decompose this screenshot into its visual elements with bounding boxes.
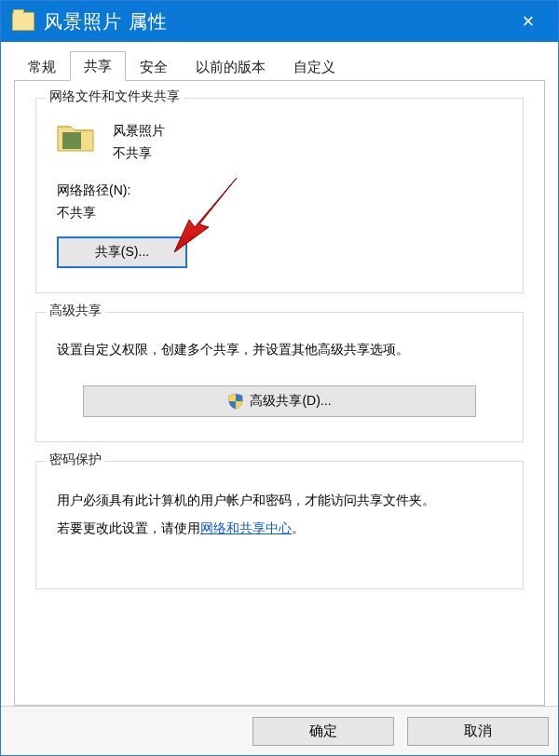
folder-icon bbox=[12, 12, 34, 31]
network-path-value: 不共享 bbox=[57, 201, 508, 223]
properties-dialog: 风景照片 属性 × 常规 共享 安全 以前的版本 自定义 网络文件和文件夹共享 bbox=[0, 0, 559, 756]
folder-row: 风景照片 不共享 bbox=[51, 119, 508, 164]
folder-info: 风景照片 不共享 bbox=[113, 119, 165, 164]
titlebar: 风景照片 属性 × bbox=[1, 1, 558, 42]
advanced-share-desc: 设置自定义权限，创建多个共享，并设置其他高级共享选项。 bbox=[51, 333, 508, 385]
uac-shield-icon bbox=[227, 393, 244, 410]
tab-security[interactable]: 安全 bbox=[126, 52, 182, 81]
network-path-block: 网络路径(N): 不共享 bbox=[51, 179, 508, 223]
folder-name: 风景照片 bbox=[113, 119, 165, 142]
share-state: 不共享 bbox=[113, 142, 165, 164]
advanced-share-title: 高级共享 bbox=[46, 303, 105, 319]
close-button[interactable]: × bbox=[510, 1, 547, 42]
password-line2-suffix: 。 bbox=[292, 520, 305, 535]
password-line2-prefix: 若要更改此设置，请使用 bbox=[57, 520, 200, 535]
advanced-share-button-label: 高级共享(D)... bbox=[250, 393, 331, 410]
network-share-group: 网络文件和文件夹共享 风景照片 不共享 网络 bbox=[35, 98, 524, 293]
content-area: 常规 共享 安全 以前的版本 自定义 网络文件和文件夹共享 bbox=[1, 42, 558, 706]
password-protect-text: 用户必须具有此计算机的用户帐户和密码，才能访问共享文件夹。 若要更改此设置，请使… bbox=[51, 482, 508, 542]
tab-general[interactable]: 常规 bbox=[14, 52, 70, 81]
password-line1: 用户必须具有此计算机的用户帐户和密码，才能访问共享文件夹。 bbox=[57, 486, 502, 514]
tab-customize[interactable]: 自定义 bbox=[280, 52, 349, 81]
svg-rect-0 bbox=[62, 132, 81, 149]
advanced-share-group: 高级共享 设置自定义权限，创建多个共享，并设置其他高级共享选项。 bbox=[35, 312, 524, 442]
network-center-link[interactable]: 网络和共享中心 bbox=[200, 520, 292, 535]
tab-panel-sharing: 网络文件和文件夹共享 风景照片 不共享 网络 bbox=[14, 80, 545, 706]
tab-sharing[interactable]: 共享 bbox=[70, 51, 126, 81]
share-button[interactable]: 共享(S)... bbox=[57, 236, 187, 268]
network-share-title: 网络文件和文件夹共享 bbox=[46, 88, 184, 105]
network-path-label: 网络路径(N): bbox=[57, 179, 508, 201]
tab-strip: 常规 共享 安全 以前的版本 自定义 bbox=[14, 51, 545, 81]
big-folder-icon bbox=[57, 121, 94, 153]
advanced-share-button[interactable]: 高级共享(D)... bbox=[83, 385, 476, 417]
password-protect-group: 密码保护 用户必须具有此计算机的用户帐户和密码，才能访问共享文件夹。 若要更改此… bbox=[35, 461, 524, 589]
cancel-button[interactable]: 取消 bbox=[407, 717, 549, 746]
ok-button[interactable]: 确定 bbox=[252, 717, 394, 746]
password-line2: 若要更改此设置，请使用网络和共享中心。 bbox=[57, 514, 502, 542]
password-protect-title: 密码保护 bbox=[46, 452, 105, 468]
window-title: 风景照片 属性 bbox=[44, 9, 510, 34]
dialog-footer: 确定 取消 bbox=[1, 706, 558, 755]
tab-previous-versions[interactable]: 以前的版本 bbox=[182, 52, 280, 81]
